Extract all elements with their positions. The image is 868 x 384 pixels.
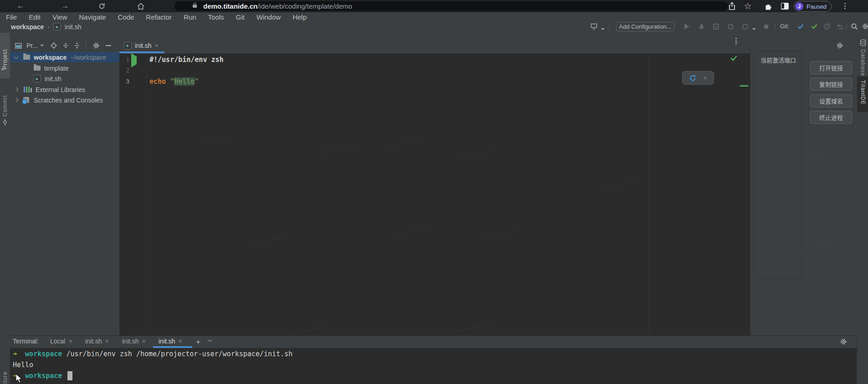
settings-button[interactable] [861,22,868,31]
close-icon[interactable]: × [704,74,707,82]
tree-row-workspace[interactable]: workspace ~/workspace [10,52,119,62]
locate-file-button[interactable] [50,42,57,49]
project-view-selector[interactable]: Pr... [26,42,38,49]
tool-stripe-commit[interactable]: Commit [0,82,10,128]
terminal-tab-initsh-3-active[interactable]: init.sh× [159,338,182,345]
debug-button[interactable] [697,22,705,31]
ide-toolbar: workspace › ▸ init.sh Add Configuration.… [0,21,868,32]
close-icon[interactable]: × [155,42,159,49]
close-icon[interactable]: × [142,338,146,345]
close-icon[interactable]: × [179,338,182,345]
menu-tools[interactable]: Tools [202,13,230,21]
browser-back-button[interactable]: ← [15,1,26,11]
profile-pill[interactable]: J Paused [794,1,832,12]
port-list[interactable] [754,51,802,279]
breadcrumb-root[interactable]: workspace [11,23,44,31]
menu-git[interactable]: Git [230,13,251,21]
rerun-icon[interactable] [689,74,697,82]
hide-project-panel-button[interactable] [106,42,111,49]
tool-stripe-titanide[interactable]: TitanIDE [857,77,868,112]
menu-code[interactable]: Code [112,13,140,21]
browser-home-button[interactable] [136,1,146,11]
share-button[interactable] [727,1,737,11]
terminal-tab-dropdown[interactable] [208,339,211,341]
open-link-button[interactable]: 打开链接 [810,61,852,74]
close-icon[interactable]: × [105,338,109,345]
menu-view[interactable]: View [46,13,73,21]
editor-options-button[interactable] [735,38,737,44]
toolbar-separator [609,23,609,30]
address-bar[interactable]: demo.titanide.cn/ide/web/coding/template… [175,1,728,11]
chevron-right-icon[interactable] [14,87,19,92]
tree-row-scratches[interactable]: Scratches and Consoles [10,95,119,105]
search-everywhere-button[interactable] [850,22,858,31]
git-update-button[interactable] [796,22,805,31]
inspections-ok-icon[interactable] [730,54,738,62]
expand-all-button[interactable] [62,42,69,49]
git-update-icon [797,23,804,30]
menu-help[interactable]: Help [287,13,313,21]
watermark: demo.titanide.cn [392,223,432,239]
code-keyword: echo [149,77,166,86]
tab-label: init.sh [85,338,102,345]
run-config-selector-icon[interactable] [590,22,598,31]
command-text: /usr/bin/env zsh /home/projector-user/wo… [66,350,293,358]
prompt-arrow: ➜ [13,350,17,358]
collapse-all-button[interactable] [74,42,80,49]
side-panel-button[interactable] [780,1,790,11]
set-domain-button[interactable]: 设置域名 [810,94,852,108]
bookmark-button[interactable]: ☆ [743,1,753,11]
editor-area[interactable]: ▸ init.sh × 1 2 3 #!/usr/bin/env zsh ech… [119,32,750,335]
right-margin-guide [649,53,649,335]
tree-row-initsh[interactable]: ▸ init.sh [10,73,119,84]
git-commit-button[interactable] [810,22,818,31]
project-panel-settings-button[interactable] [92,42,100,49]
chevron-down-icon[interactable] [14,54,19,59]
menu-file[interactable]: File [0,13,23,21]
close-icon[interactable]: × [68,338,72,345]
run-with-options-button[interactable] [741,22,749,31]
browser-forward-button[interactable]: → [60,1,70,11]
tree-row-external-libraries[interactable]: External Libraries [10,84,119,95]
terminal-settings-button[interactable] [840,338,847,347]
coverage-button[interactable] [712,22,720,31]
breadcrumb-file[interactable]: init.sh [65,23,82,31]
extensions-button[interactable] [763,1,773,11]
history-button[interactable] [823,22,831,31]
project-view-dropdown-icon[interactable] [40,42,44,49]
terminal-tab-bar: Terminal: Local× init.sh× init.sh× init.… [10,335,857,348]
tree-label: init.sh [45,75,62,82]
menu-refactor[interactable]: Refactor [140,13,178,21]
terminal-panel[interactable]: Terminal: Local× init.sh× init.sh× init.… [10,335,857,384]
menu-navigate[interactable]: Navigate [73,13,112,21]
prompt-cwd: workspace [25,350,62,358]
profiler-button[interactable] [726,22,734,31]
menu-edit[interactable]: Edit [23,13,46,21]
terminal-tab-local[interactable]: Local× [50,338,72,345]
stop-button[interactable] [762,22,770,31]
rollback-button[interactable] [836,22,844,31]
gutter-line-number: 2 [119,65,129,76]
chevron-right-icon[interactable] [14,98,19,102]
run-line-button[interactable] [131,56,137,65]
project-stripe-label: Project [2,41,8,69]
browser-reload-button[interactable] [97,1,107,11]
copy-link-button[interactable]: 复制链接 [810,77,852,91]
run-button[interactable] [683,22,691,31]
terminal-tab-initsh-1[interactable]: init.sh× [85,338,109,345]
libraries-icon [24,87,32,92]
toolbar-separator [847,23,847,30]
terminal-tab-initsh-2[interactable]: init.sh× [122,338,146,345]
browser-menu-button[interactable] [840,1,850,11]
tool-stripe-project[interactable]: Project [0,33,10,78]
tool-stripe-structure[interactable]: Structure [0,345,10,384]
titanide-panel-settings-button[interactable] [836,42,843,51]
editor-tab-initsh[interactable]: ▸ init.sh × [119,40,164,51]
tree-row-template[interactable]: template [10,63,119,73]
new-terminal-tab-button[interactable]: + [196,338,200,347]
watermark: demo.titanide.cn [248,232,289,248]
menu-window[interactable]: Window [251,13,287,21]
menu-run[interactable]: Run [178,13,202,21]
terminate-process-button[interactable]: 终止进程 [810,111,852,124]
add-configuration-button[interactable]: Add Configuration... [616,22,674,31]
